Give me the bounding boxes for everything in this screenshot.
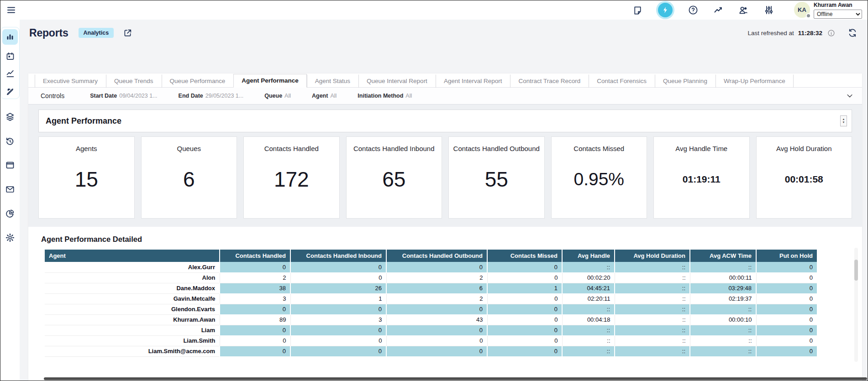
- last-refreshed-time: 11:28:32: [798, 30, 822, 37]
- stepper-control[interactable]: ▲▼: [840, 115, 847, 126]
- top-bar: KA Khurram Awan Offline: [0, 0, 868, 20]
- gear-icon[interactable]: [4, 232, 16, 244]
- column-header-contacts-handled-inbound[interactable]: Contacts Handled Inbound: [290, 250, 386, 262]
- layers-icon[interactable]: [4, 111, 16, 123]
- page-header: Reports Analytics Last refreshed at 11:2…: [20, 20, 868, 41]
- tab-queue-planning[interactable]: Queue Planning: [655, 74, 715, 88]
- filter-label: Agent: [312, 93, 328, 99]
- analytics-badge: Analytics: [79, 28, 114, 38]
- refresh-icon[interactable]: [847, 27, 858, 39]
- value-cell: 2: [220, 272, 290, 283]
- value-cell: ::: [562, 346, 615, 356]
- pie-chart-icon[interactable]: [4, 208, 16, 219]
- filter-end-date[interactable]: End Date29/05/2023 1...: [179, 93, 244, 99]
- status-select[interactable]: Offline: [814, 10, 862, 19]
- value-cell: ::: [615, 283, 690, 293]
- sliders-icon[interactable]: [763, 4, 775, 16]
- kpi-value: 0.95%: [573, 152, 624, 218]
- column-header-contacts-handled-outbound[interactable]: Contacts Handled Outbound: [386, 250, 487, 262]
- menu-icon[interactable]: [5, 4, 18, 16]
- value-cell: 6: [386, 283, 487, 293]
- calendar-icon[interactable]: [5, 51, 16, 62]
- design-icon[interactable]: [5, 85, 16, 97]
- value-cell: 02:19:37: [690, 293, 756, 304]
- value-cell: ::: [615, 304, 690, 314]
- tab-agent-performance[interactable]: Agent Performance: [233, 74, 307, 88]
- column-header-contacts-missed[interactable]: Contacts Missed: [487, 250, 562, 262]
- column-header-avg-hold-duration[interactable]: Avg Hold Duration: [615, 250, 690, 262]
- column-header-agent[interactable]: Agent: [45, 250, 220, 262]
- value-cell: 0: [290, 335, 386, 346]
- column-header-contacts-handled[interactable]: Contacts Handled: [220, 250, 290, 262]
- vertical-scrollbar-thumb[interactable]: [854, 260, 858, 281]
- kpi-card-avg-handle-time: Avg Handle Time01:19:11: [653, 136, 750, 219]
- tab-agent-interval-report[interactable]: Agent Interval Report: [436, 74, 510, 88]
- detail-table-title: Agent Performance Detailed: [41, 235, 862, 244]
- horizontal-scrollbar[interactable]: [44, 377, 867, 380]
- value-cell: 0: [290, 346, 386, 356]
- boost-icon[interactable]: [658, 3, 673, 17]
- users-icon[interactable]: [737, 4, 750, 17]
- value-cell: ::: [615, 293, 690, 304]
- value-cell: 0: [220, 335, 290, 346]
- agent-name-cell: Liam.Smith@acme.com: [45, 346, 220, 356]
- avatar[interactable]: KA: [794, 2, 810, 18]
- table-row: Alon202000:02:20::00:00:110: [45, 272, 817, 283]
- column-header-avg-acw-time[interactable]: Avg ACW Time: [690, 250, 756, 262]
- info-icon[interactable]: [826, 28, 836, 38]
- value-cell: 02:20:11: [562, 293, 615, 304]
- section-heading: Agent Performance ▲▼: [38, 110, 852, 132]
- tab-contract-trace-record[interactable]: Contract Trace Record: [510, 74, 589, 88]
- filter-label: Start Date: [90, 93, 117, 99]
- value-cell: 0: [756, 346, 817, 356]
- value-cell: 0: [386, 346, 487, 356]
- tab-contact-forensics[interactable]: Contact Forensics: [589, 74, 655, 88]
- mail-icon[interactable]: [4, 183, 16, 195]
- controls-bar: Controls Start Date09/04/2023 1...End Da…: [28, 88, 862, 104]
- help-icon[interactable]: [687, 4, 700, 16]
- controls-label: Controls: [41, 92, 64, 99]
- value-cell: 0: [487, 262, 562, 272]
- tab-queue-trends[interactable]: Queue Trends: [106, 74, 162, 88]
- tab-queue-performance[interactable]: Queue Performance: [162, 74, 234, 88]
- kpi-card-contacts-handled-outbound: Contacts Handled Outbound55: [448, 136, 545, 219]
- tab-wrap-up-performance[interactable]: Wrap-Up Performance: [715, 74, 794, 88]
- window-icon[interactable]: [4, 159, 16, 171]
- value-cell: 0: [756, 304, 817, 314]
- tab-executive-summary[interactable]: Executive Summary: [35, 74, 106, 88]
- table-row: Liam.Smith@acme.com0000::::::0: [45, 346, 817, 356]
- table-row: Glendon.Evarts0000::::::0: [45, 304, 817, 314]
- value-cell: 0: [487, 346, 562, 356]
- history-icon[interactable]: [4, 135, 16, 147]
- value-cell: 0: [290, 304, 386, 314]
- trend-icon[interactable]: [5, 68, 16, 79]
- filter-initiation-method[interactable]: Initiation MethodAll: [358, 93, 412, 99]
- report-tabs: Executive SummaryQueue TrendsQueue Perfo…: [28, 73, 862, 88]
- column-header-put-on-hold[interactable]: Put on Hold: [756, 250, 817, 262]
- filter-start-date[interactable]: Start Date09/04/2023 1...: [90, 93, 157, 99]
- value-cell: 0: [756, 325, 817, 335]
- metrics-icon[interactable]: [712, 4, 725, 16]
- agent-name-cell: Liam.Smith: [45, 335, 220, 346]
- chevron-down-icon[interactable]: [845, 91, 855, 101]
- value-cell: 3: [290, 314, 386, 325]
- filter-value: 09/04/2023 1...: [119, 93, 157, 99]
- app-window: KA Khurram Awan Offline: [0, 0, 868, 381]
- tab-queue-interval-report[interactable]: Queue Interval Report: [358, 74, 436, 88]
- filter-agent[interactable]: AgentAll: [312, 93, 337, 99]
- external-link-icon[interactable]: [122, 27, 133, 39]
- filter-value: All: [330, 93, 337, 99]
- column-header-avg-handle[interactable]: Avg Handle: [562, 250, 615, 262]
- last-refreshed-label: Last refreshed at: [747, 30, 794, 37]
- value-cell: 00:02:20: [562, 272, 615, 283]
- value-cell: 2: [386, 293, 487, 304]
- vertical-scrollbar[interactable]: [854, 248, 858, 362]
- notes-icon[interactable]: [631, 4, 644, 16]
- status-dot: [806, 13, 811, 18]
- tab-agent-status[interactable]: Agent Status: [307, 74, 358, 88]
- bar-chart-icon[interactable]: [5, 31, 16, 42]
- value-cell: 38: [220, 283, 290, 293]
- kpi-label: Contacts Missed: [573, 145, 624, 152]
- filter-queue[interactable]: QueueAll: [264, 93, 291, 99]
- value-cell: ::: [562, 304, 615, 314]
